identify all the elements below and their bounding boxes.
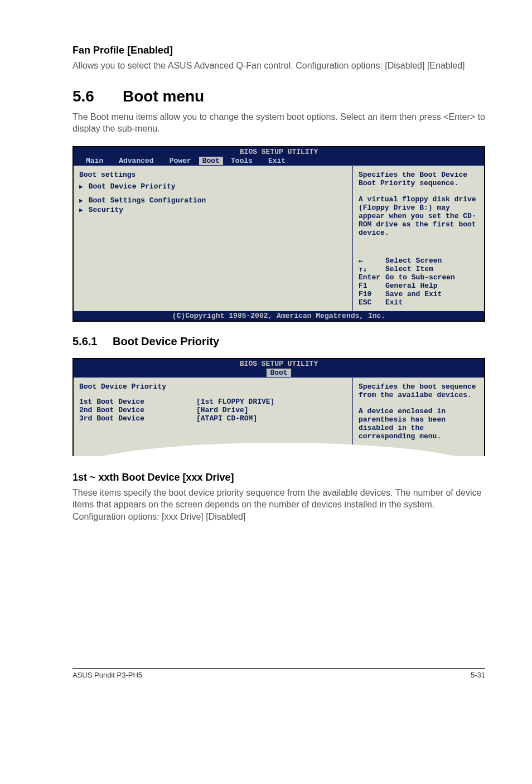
section-5-6-heading: 5.6Boot menu <box>72 88 485 105</box>
key-updown-icon: ↑↓ <box>359 265 385 273</box>
key-f10: F10 <box>359 290 385 298</box>
row-name: 1st Boot Device <box>79 398 196 406</box>
row-3rd-boot-device[interactable]: 3rd Boot Device [ATAPI CD-ROM] <box>79 414 347 423</box>
tab-main[interactable]: Main <box>78 157 111 165</box>
bios-help-text-1: Specifies the boot sequence from the ava… <box>359 383 478 399</box>
fan-profile-heading: Fan Profile [Enabled] <box>72 45 485 56</box>
row-name: 3rd Boot Device <box>79 414 196 423</box>
tab-boot[interactable]: Boot <box>199 157 223 165</box>
row-value: [1st FLOPPY DRIVE] <box>196 398 274 406</box>
row-2nd-boot-device[interactable]: 2nd Boot Device [Hard Drive] <box>79 406 347 414</box>
row-name: 2nd Boot Device <box>79 406 196 414</box>
boot-device-priority-label: Boot Device Priority <box>79 383 347 391</box>
key-label: General Help <box>385 282 438 290</box>
bios-copyright: (C)Copyright 1985-2002, American Megatre… <box>74 311 484 321</box>
bios-screenshot-priority: BIOS SETUP UTILITY Boot Boot Device Prio… <box>72 358 485 456</box>
tab-boot[interactable]: Boot <box>267 369 291 377</box>
key-left-icon: ← <box>359 257 385 265</box>
item-security[interactable]: ▶ Security <box>79 206 347 214</box>
section-5-6-1-heading: 5.6.1Boot Device Priority <box>72 335 485 348</box>
key-label: Go to Sub-screen <box>385 273 455 282</box>
key-esc: ESC <box>359 298 385 307</box>
key-label: Select Screen <box>385 257 442 265</box>
bios-help-text-2: A virtual floppy disk drive (Floppy Driv… <box>359 195 478 237</box>
bios-title: BIOS SETUP UTILITY <box>74 147 484 157</box>
bios-menubar: Boot <box>74 369 484 378</box>
footer-page-number: 5-31 <box>471 671 485 679</box>
key-label: Save and Exit <box>385 290 442 298</box>
subsection-title: Boot Device Priority <box>113 335 219 347</box>
submenu-arrow-icon: ▶ <box>79 183 83 190</box>
bios-help-text-1: Specifies the Boot Device Boot Priority … <box>359 171 478 187</box>
section-number: 5.6 <box>72 88 123 105</box>
subsection-number: 5.6.1 <box>72 335 113 348</box>
key-label: Exit <box>385 298 403 307</box>
key-label: Select Item <box>385 265 433 273</box>
xxth-heading: 1st ~ xxth Boot Device [xxx Drive] <box>72 472 485 483</box>
bios-title: BIOS SETUP UTILITY <box>74 359 484 369</box>
section-title: Boot menu <box>123 88 204 105</box>
bios-help-pane: Specifies the boot sequence from the ava… <box>353 378 484 456</box>
page-footer: ASUS Pundit P3-PH5 5-31 <box>72 668 485 679</box>
boot-menu-intro: The Boot menu items allow you to change … <box>72 111 485 135</box>
item-boot-settings-configuration[interactable]: ▶ Boot Settings Configuration <box>79 196 347 205</box>
row-value: [ATAPI CD-ROM] <box>196 414 257 423</box>
xxth-text: These items specify the boot device prio… <box>72 487 485 523</box>
tab-power[interactable]: Power <box>162 157 199 165</box>
item-boot-device-priority[interactable]: ▶ Boot Device Priority <box>79 182 347 191</box>
item-label: Boot Settings Configuration <box>89 196 206 205</box>
bios-help-pane: Specifies the Boot Device Boot Priority … <box>353 166 484 311</box>
submenu-arrow-icon: ▶ <box>79 206 83 214</box>
submenu-arrow-icon: ▶ <box>79 197 83 204</box>
boot-settings-label: Boot settings <box>79 171 347 179</box>
key-f1: F1 <box>359 282 385 290</box>
tab-tools[interactable]: Tools <box>223 157 260 165</box>
bios-left-pane: Boot settings ▶ Boot Device Priority ▶ B… <box>74 166 353 311</box>
bios-screenshot-boot-menu: BIOS SETUP UTILITY Main Advanced Power B… <box>72 146 485 322</box>
item-label: Boot Device Priority <box>89 182 176 191</box>
bios-key-hints: ←Select Screen ↑↓Select Item EnterGo to … <box>359 257 478 307</box>
item-label: Security <box>89 206 123 214</box>
footer-product: ASUS Pundit P3-PH5 <box>72 671 142 679</box>
tab-exit[interactable]: Exit <box>260 157 293 165</box>
bios-help-text-2: A device enclosed in parenthesis has bee… <box>359 407 478 441</box>
row-1st-boot-device[interactable]: 1st Boot Device [1st FLOPPY DRIVE] <box>79 398 347 406</box>
row-value: [Hard Drive] <box>196 406 249 414</box>
fan-profile-text: Allows you to select the ASUS Advanced Q… <box>72 60 485 72</box>
tab-advanced[interactable]: Advanced <box>111 157 161 165</box>
bios-menubar: Main Advanced Power Boot Tools Exit <box>74 157 484 166</box>
key-enter: Enter <box>359 273 385 282</box>
